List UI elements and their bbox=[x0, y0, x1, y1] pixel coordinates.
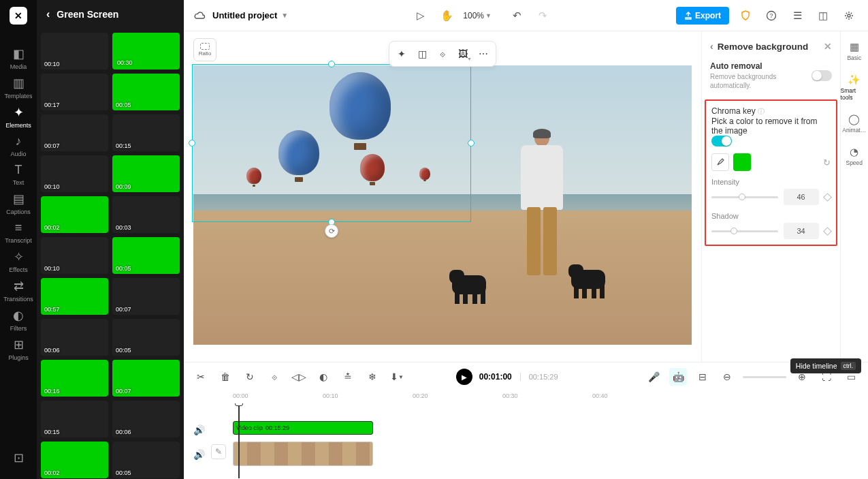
element-thumb[interactable]: 00:57 bbox=[41, 278, 108, 315]
redo-icon[interactable]: ↷ bbox=[534, 6, 553, 25]
layout-icon[interactable]: ◫ bbox=[814, 6, 833, 25]
auto-caption-icon[interactable]: 🤖 bbox=[669, 368, 687, 386]
element-thumb[interactable]: 00:10 bbox=[41, 155, 108, 192]
resize-handle[interactable] bbox=[328, 61, 335, 67]
element-thumb[interactable]: 00:06 bbox=[41, 319, 108, 356]
shield-icon[interactable] bbox=[736, 6, 755, 25]
chroma-color-swatch[interactable] bbox=[733, 153, 751, 171]
nav-item-captions[interactable]: ▤Captions bbox=[3, 189, 33, 218]
hand-tool-icon[interactable]: ✋ bbox=[437, 6, 456, 25]
mic-icon[interactable]: 🎤 bbox=[645, 368, 662, 386]
crop-icon[interactable]: ⟐ bbox=[433, 44, 452, 63]
element-thumb[interactable]: 00:06 bbox=[112, 401, 180, 437]
element-thumb[interactable]: 00:10 bbox=[41, 237, 108, 274]
play-button[interactable]: ▶ bbox=[456, 369, 472, 385]
element-thumb[interactable]: 00:17 bbox=[41, 74, 108, 110]
panel-back-icon[interactable]: ‹ bbox=[46, 8, 50, 20]
delete-icon[interactable]: 🗑 bbox=[216, 368, 234, 386]
right-tab-basic[interactable]: ▦Basic bbox=[847, 41, 861, 61]
nav-bottom-icon[interactable]: ⊡ bbox=[14, 450, 24, 465]
rotate-handle[interactable]: ⟳ bbox=[325, 224, 338, 238]
element-thumb[interactable]: 00:15 bbox=[112, 114, 180, 151]
keyframe-icon[interactable] bbox=[823, 193, 832, 202]
right-tab-speed[interactable]: ◔Speed bbox=[846, 146, 863, 166]
element-thumb[interactable]: 00:07 bbox=[112, 360, 180, 397]
element-thumb[interactable]: 00:10 bbox=[41, 33, 108, 69]
export-button[interactable]: Export bbox=[676, 7, 729, 25]
nav-item-transcript[interactable]: ≡Transcript bbox=[3, 218, 33, 247]
intensity-value[interactable]: 46 bbox=[784, 189, 819, 205]
timeline-tracks[interactable]: 🔊 🔊 ✎ Video clip 00:15:29 bbox=[184, 403, 868, 479]
enhance-icon[interactable]: ✦ bbox=[392, 44, 411, 63]
timeline-ruler[interactable]: 00:0000:1000:2000:3000:40 bbox=[184, 391, 868, 403]
nav-item-audio[interactable]: ♪Audio bbox=[3, 132, 33, 160]
split-icon[interactable]: ✂ bbox=[192, 368, 210, 386]
eyedropper-icon[interactable] bbox=[711, 153, 729, 171]
nav-item-elements[interactable]: ✦Elements bbox=[3, 102, 33, 132]
overlay-clip[interactable]: Video clip 00:15:29 bbox=[233, 421, 373, 435]
element-thumb[interactable]: 00:15 bbox=[41, 401, 108, 437]
shadow-slider[interactable] bbox=[711, 230, 778, 232]
undo-icon[interactable]: ↶ bbox=[508, 6, 527, 25]
element-thumb[interactable]: 00:16 bbox=[41, 360, 108, 397]
image-icon[interactable]: 🖼▼ bbox=[453, 44, 472, 63]
cloud-icon[interactable] bbox=[193, 11, 206, 20]
settings-icon[interactable] bbox=[839, 6, 858, 25]
freeze-icon[interactable]: ❄ bbox=[364, 368, 381, 386]
element-thumb[interactable]: 00:03 bbox=[112, 196, 180, 233]
element-thumb[interactable]: 00:05 bbox=[112, 237, 180, 274]
ratio-button[interactable]: Ratio bbox=[193, 38, 216, 61]
zoom-out-icon[interactable]: ⊖ bbox=[718, 368, 736, 386]
nav-item-text[interactable]: TText bbox=[3, 160, 33, 189]
zoom-level[interactable]: 100% ▼ bbox=[463, 11, 492, 20]
right-tab-animat-[interactable]: ◯Animat… bbox=[842, 113, 866, 134]
queue-icon[interactable]: ☰ bbox=[788, 6, 807, 25]
playhead[interactable] bbox=[238, 403, 240, 478]
resize-handle[interactable] bbox=[468, 140, 475, 146]
intensity-slider[interactable] bbox=[711, 196, 778, 198]
nav-item-templates[interactable]: ▥Templates bbox=[3, 73, 33, 102]
track-mute-icon[interactable]: 🔊 bbox=[191, 444, 207, 465]
track-mute-icon[interactable]: 🔊 bbox=[191, 420, 207, 440]
element-thumb[interactable]: 00:07 bbox=[112, 278, 180, 315]
close-icon[interactable]: ✕ bbox=[824, 41, 832, 52]
align-icon[interactable]: ⊟ bbox=[694, 368, 711, 386]
resize-handle[interactable] bbox=[189, 140, 195, 146]
retry-icon[interactable]: ↻ bbox=[241, 368, 259, 386]
shadow-value[interactable]: 34 bbox=[784, 223, 819, 239]
track-edit-icon[interactable]: ✎ bbox=[211, 444, 226, 459]
overlay-icon[interactable]: ◫ bbox=[413, 44, 432, 63]
help-icon[interactable]: ? bbox=[762, 6, 781, 25]
nav-item-transitions[interactable]: ⇄Transitions bbox=[3, 276, 33, 305]
canvas-viewport[interactable]: ⟳ bbox=[193, 65, 692, 352]
element-thumb[interactable]: 00:05 bbox=[112, 319, 180, 356]
chroma-toggle[interactable] bbox=[711, 136, 732, 146]
element-thumb[interactable]: 00:02 bbox=[41, 442, 108, 478]
auto-removal-toggle[interactable] bbox=[811, 70, 832, 81]
base-clip[interactable] bbox=[233, 442, 373, 466]
adjust-icon[interactable]: ≛ bbox=[339, 368, 357, 386]
element-thumb[interactable]: 00:30 bbox=[112, 33, 180, 69]
cursor-tool-icon[interactable]: ▷ bbox=[411, 6, 430, 25]
app-logo[interactable]: ✕ bbox=[10, 7, 27, 25]
reset-icon[interactable]: ↻ bbox=[823, 157, 831, 168]
element-thumb[interactable]: 00:09 bbox=[112, 155, 180, 192]
rp-back-icon[interactable]: ‹ bbox=[710, 41, 713, 52]
video-frame[interactable]: ⟳ bbox=[193, 65, 692, 345]
more-icon[interactable]: ⋯ bbox=[474, 44, 493, 63]
element-thumb[interactable]: 00:05 bbox=[112, 442, 180, 478]
flip-icon[interactable]: ◐ bbox=[315, 368, 332, 386]
nav-item-media[interactable]: ◧Media bbox=[3, 44, 33, 73]
keyframe-icon[interactable] bbox=[823, 227, 832, 236]
project-title[interactable]: Untitled project▼ bbox=[212, 10, 288, 20]
element-thumb[interactable]: 00:02 bbox=[41, 196, 108, 233]
crop-icon[interactable]: ⟐ bbox=[266, 368, 283, 386]
download-icon[interactable]: ⬇▼ bbox=[388, 368, 406, 386]
nav-item-effects[interactable]: ✧Effects bbox=[3, 247, 33, 276]
selection-box[interactable]: ⟳ bbox=[192, 64, 471, 222]
nav-item-filters[interactable]: ◐Filters bbox=[3, 305, 33, 335]
nav-item-plugins[interactable]: ⊞Plugins bbox=[3, 335, 33, 364]
mirror-icon[interactable]: ◁▷ bbox=[290, 368, 308, 386]
right-tab-smart-tools[interactable]: ✨Smart tools bbox=[841, 74, 868, 101]
element-thumb[interactable]: 00:05 bbox=[112, 74, 180, 110]
